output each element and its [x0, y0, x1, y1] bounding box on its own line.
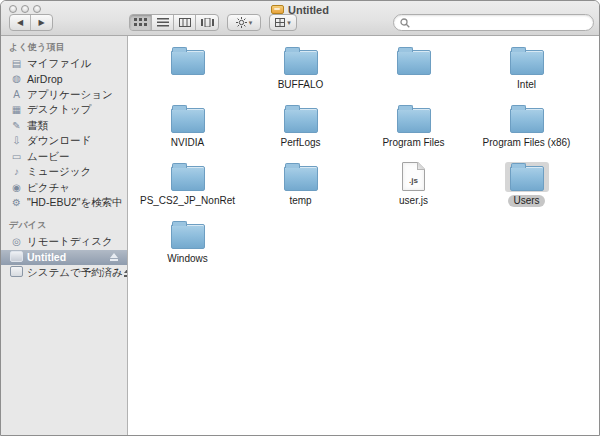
item-label: NVIDIA: [166, 137, 209, 149]
folder-icon: [171, 50, 205, 75]
column-view-icon: [179, 18, 191, 27]
sidebar-item-label: システムで予約済み: [27, 266, 123, 280]
sidebar-item-label: アプリケーション: [27, 88, 113, 102]
sidebar-item-pictures[interactable]: ◉ ピクチャ: [1, 180, 127, 196]
grid-item-folder-temp[interactable]: temp: [244, 155, 357, 213]
grid-item-folder-buffalo[interactable]: BUFFALO: [244, 39, 357, 97]
list-view-button[interactable]: [152, 15, 174, 30]
grid-item-folder-unnamed-2[interactable]: [357, 39, 470, 97]
icon-grid: BUFFALO Intel NVIDIA PerfLogs Program Fi…: [131, 39, 583, 271]
sidebar-item-label: "HD-EBU2"を検索中: [27, 196, 123, 210]
coverflow-view-icon: [201, 18, 214, 27]
file-badge: .js: [409, 176, 418, 185]
item-label: Users: [508, 195, 544, 207]
sidebar-item-label: リモートディスク: [27, 235, 113, 249]
window-controls: [9, 5, 41, 13]
grid-item-folder-intel[interactable]: Intel: [470, 39, 583, 97]
sidebar: よく使う項目 ▤ マイファイル ◍ AirDrop A アプリケーション ▦ デ…: [1, 36, 128, 435]
desktop-icon: ▦: [10, 105, 23, 115]
item-label: BUFFALO: [273, 79, 329, 91]
item-label: Program Files: [377, 137, 449, 149]
sidebar-item-label: ピクチャ: [27, 181, 70, 195]
folder-icon: [171, 166, 205, 191]
item-label: user.js: [394, 195, 433, 207]
sidebar-item-airdrop[interactable]: ◍ AirDrop: [1, 72, 127, 88]
js-file-icon: .js: [402, 162, 425, 191]
folder-icon: [171, 224, 205, 249]
item-label: Program Files (x86): [478, 137, 576, 149]
folder-icon: [284, 108, 318, 133]
search-field[interactable]: [393, 14, 594, 31]
icon-view-icon: [134, 18, 147, 27]
sidebar-item-my-files[interactable]: ▤ マイファイル: [1, 56, 127, 72]
grid-item-folder-windows[interactable]: Windows: [131, 213, 244, 271]
music-icon: ♪: [10, 167, 23, 177]
search-hd-ebu2-icon: ⚙: [10, 198, 23, 208]
column-view-button[interactable]: [174, 15, 196, 30]
back-button[interactable]: ◀: [10, 15, 31, 30]
remote-disc-icon: ◎: [10, 237, 23, 247]
volume-disk-icon: [271, 5, 284, 14]
folder-icon: [510, 166, 544, 191]
icon-view-button[interactable]: [130, 15, 152, 30]
grid-item-file-user-js[interactable]: .js user.js: [357, 155, 470, 213]
content-area: BUFFALO Intel NVIDIA PerfLogs Program Fi…: [129, 36, 599, 435]
sidebar-item-label: マイファイル: [27, 57, 91, 71]
sidebar-item-label: ダウンロード: [27, 134, 91, 148]
nav-buttons: ◀ ▶: [9, 14, 53, 31]
item-label: Windows: [162, 253, 213, 265]
sidebar-item-desktop[interactable]: ▦ デスクトップ: [1, 103, 127, 119]
folder-icon: [397, 108, 431, 133]
sidebar-item-label: ムービー: [27, 150, 70, 164]
arrange-menu-button[interactable]: ▾: [269, 14, 297, 31]
minimize-button[interactable]: [21, 5, 29, 13]
sidebar-item-music[interactable]: ♪ ミュージック: [1, 165, 127, 181]
sidebar-item-remote-disc[interactable]: ◎ リモートディスク: [1, 234, 127, 250]
chevron-down-icon: ▾: [249, 19, 253, 27]
sidebar-item-untitled-volume[interactable]: Untitled: [1, 250, 127, 266]
grid-item-folder-unnamed-1[interactable]: [131, 39, 244, 97]
zoom-button[interactable]: [33, 5, 41, 13]
folder-icon: [397, 50, 431, 75]
pictures-icon: ◉: [10, 183, 23, 193]
search-input[interactable]: [413, 16, 587, 29]
sidebar-section-header: よく使う項目: [1, 39, 127, 56]
sidebar-item-system-reserved[interactable]: システムで予約済み: [1, 265, 127, 281]
sidebar-item-downloads[interactable]: ⇩ ダウンロード: [1, 134, 127, 150]
airdrop-icon: ◍: [10, 74, 23, 84]
folder-icon: [171, 108, 205, 133]
my-files-icon: ▤: [10, 59, 23, 69]
grid-item-folder-perflogs[interactable]: PerfLogs: [244, 97, 357, 155]
folder-icon: [284, 166, 318, 191]
movies-icon: ▭: [10, 152, 23, 162]
sidebar-section-header: デバイス: [1, 217, 127, 234]
sidebar-item-movies[interactable]: ▭ ムービー: [1, 149, 127, 165]
forward-button[interactable]: ▶: [31, 15, 52, 30]
sidebar-item-label: デスクトップ: [27, 103, 91, 117]
grid-item-folder-program-files[interactable]: Program Files: [357, 97, 470, 155]
sidebar-item-applications[interactable]: A アプリケーション: [1, 87, 127, 103]
grid-item-folder-ps-cs2-jp-nonret[interactable]: PS_CS2_JP_NonRet: [131, 155, 244, 213]
documents-icon: ✎: [10, 121, 23, 131]
list-view-icon: [157, 18, 169, 27]
action-menu-button[interactable]: ▾: [227, 14, 261, 31]
untitled-volume-icon: [10, 251, 23, 264]
grid-item-folder-users[interactable]: Users: [470, 155, 583, 213]
item-label: PS_CS2_JP_NonRet: [135, 195, 240, 207]
finder-window: Untitled ◀ ▶: [0, 0, 600, 436]
search-icon: [400, 18, 410, 28]
eject-icon[interactable]: [109, 253, 119, 262]
folder-icon: [510, 108, 544, 133]
grid-item-folder-nvidia[interactable]: NVIDIA: [131, 97, 244, 155]
grid-item-folder-program-files-x86[interactable]: Program Files (x86): [470, 97, 583, 155]
item-label: temp: [284, 195, 316, 207]
sidebar-item-label: Untitled: [27, 251, 66, 263]
sidebar-item-search-hd-ebu2[interactable]: ⚙ "HD-EBU2"を検索中: [1, 196, 127, 212]
coverflow-view-button[interactable]: [196, 15, 218, 30]
item-label: PerfLogs: [275, 137, 325, 149]
view-mode-control: [129, 14, 219, 31]
close-button[interactable]: [9, 5, 17, 13]
sidebar-item-documents[interactable]: ✎ 書類: [1, 118, 127, 134]
item-label: Intel: [512, 79, 541, 91]
toolbar: Untitled ◀ ▶: [1, 1, 599, 36]
